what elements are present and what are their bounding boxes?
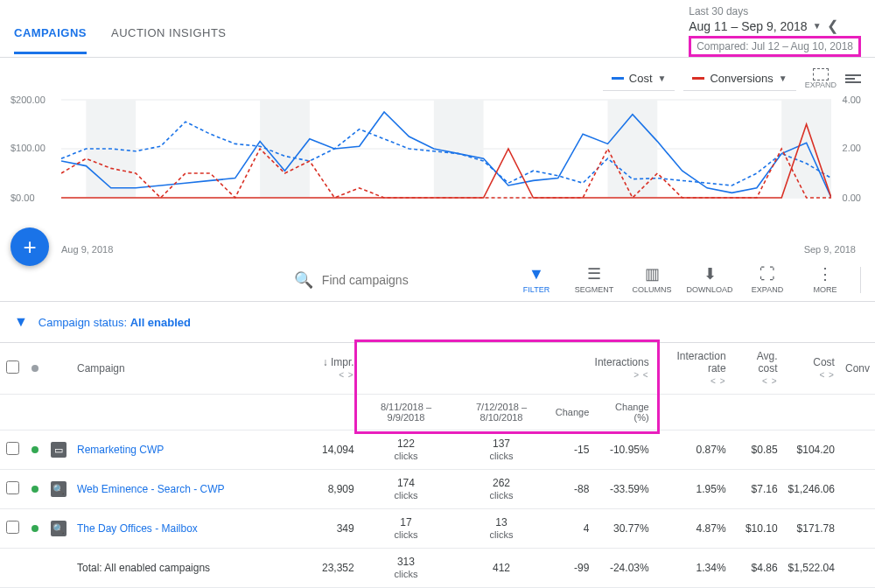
cell-cost: $104.20 (783, 430, 840, 470)
col-cost-label: Cost (813, 356, 835, 368)
subheader-change: Change (550, 395, 595, 430)
col-avg-cost[interactable]: Avg. cost < > (732, 343, 783, 395)
filter-chip-value: All enabled (130, 316, 191, 329)
status-enabled-icon (32, 525, 38, 532)
columns-label: COLUMNS (632, 285, 671, 294)
metric-conversions-label: Conversions (710, 72, 773, 85)
cell-change: -15 (550, 430, 595, 470)
columns-button[interactable]: ▥ COLUMNS (629, 265, 675, 294)
col-interaction-rate[interactable]: Interaction rate < > (654, 343, 732, 395)
col-impr-label: Impr. (331, 356, 354, 368)
metric-cost-label: Cost (629, 72, 653, 85)
search-campaigns[interactable]: 🔍 (294, 270, 436, 290)
campaign-link[interactable]: Remarketing CWP (77, 444, 164, 456)
col-cost[interactable]: Cost < > (783, 343, 840, 395)
totals-label: Total: All enabled campaigns (72, 549, 317, 588)
filter-icon: ▼ (528, 265, 544, 283)
campaign-link[interactable]: Web Eminence - Search - CWP (77, 483, 225, 495)
cell-change: 4 (550, 509, 595, 549)
date-range-label: Last 30 days (689, 5, 861, 18)
select-all-checkbox[interactable] (6, 360, 19, 374)
chevron-expand-icon[interactable]: < > (820, 370, 835, 380)
expand-label: EXPAND (805, 80, 836, 89)
col-impr[interactable]: ↓ Impr. < > (317, 343, 360, 395)
divider (860, 267, 861, 293)
col-interactions[interactable]: Interactions > < (360, 343, 654, 395)
segment-icon: ☰ (587, 265, 601, 283)
table-row: 🔍The Day Offices - Mailbox34917clicks13c… (0, 509, 875, 549)
cell-change-pct: -33.59% (594, 470, 654, 509)
table-row: 🔍Web Eminence - Search - CWP8,909174clic… (0, 470, 875, 509)
expand-table-button[interactable]: ⛶ EXPAND (745, 265, 790, 294)
campaign-link[interactable]: The Day Offices - Mailbox (77, 522, 198, 535)
row-checkbox[interactable] (6, 481, 19, 494)
tab-auction-insights[interactable]: AUCTION INSIGHTS (111, 26, 227, 54)
date-range-value[interactable]: Aug 11 – Sep 9, 2018 (689, 19, 807, 33)
campaign-type-icon: 🔍 (51, 521, 66, 536)
table-row: ▭Remarketing CWP14,094122clicks137clicks… (0, 430, 875, 470)
more-button[interactable]: ⋮ MORE (802, 265, 848, 294)
tab-campaigns[interactable]: CAMPAIGNS (14, 26, 87, 54)
totals-row: Total: All enabled campaigns23,352313cli… (0, 549, 875, 588)
totals-p1: 313clicks (360, 549, 453, 588)
more-icon: ⋮ (817, 265, 833, 283)
chevron-left-icon[interactable]: ❮ (827, 18, 838, 34)
cell-cost: $1,246.06 (783, 470, 840, 509)
cell-period1: 17clicks (360, 509, 453, 549)
row-checkbox[interactable] (6, 521, 19, 534)
date-range-block: Last 30 days Aug 11 – Sep 9, 2018 ▼ ❮ Co… (689, 5, 861, 57)
search-icon: 🔍 (294, 270, 313, 290)
chart-svg (61, 94, 831, 204)
y-tick-right: 2.00 (843, 143, 861, 153)
totals-change: -99 (550, 549, 595, 588)
cell-impr: 14,094 (317, 430, 360, 470)
status-enabled-icon (32, 446, 38, 453)
segment-button[interactable]: ☰ SEGMENT (571, 265, 617, 294)
dropdown-caret-icon: ▼ (779, 74, 788, 83)
adjust-icon (845, 74, 861, 83)
add-button[interactable]: + (10, 228, 49, 266)
cell-rate: 1.95% (654, 470, 732, 509)
totals-change-pct: -24.03% (594, 549, 654, 588)
dropdown-caret-icon[interactable]: ▼ (813, 21, 822, 31)
search-input[interactable] (322, 273, 436, 287)
metric-conversions-selector[interactable]: Conversions ▼ (683, 66, 795, 91)
totals-cost: $1,522.04 (783, 549, 840, 588)
expand-chart-button[interactable]: EXPAND (805, 68, 836, 89)
chevron-expand-icon[interactable]: < > (762, 376, 777, 386)
filter-chip-label: Campaign status: (38, 316, 130, 329)
col-conv[interactable]: Conv (840, 343, 875, 395)
subheader-period1: 8/11/2018 – 9/9/2018 (360, 395, 453, 430)
row-checkbox[interactable] (6, 442, 19, 455)
col-campaign[interactable]: Campaign (72, 343, 317, 395)
funnel-icon[interactable]: ▼ (14, 314, 28, 330)
y-tick-left: $200.00 (10, 94, 46, 105)
download-button[interactable]: ⬇ DOWNLOAD (687, 265, 732, 294)
y-tick-right: 0.00 (843, 192, 861, 203)
cell-impr: 349 (317, 509, 360, 549)
cell-change: -88 (550, 470, 595, 509)
chevron-collapse-icon[interactable]: > < (634, 370, 648, 380)
chevron-expand-icon[interactable]: < > (339, 370, 354, 380)
y-tick-right: 4.00 (843, 94, 861, 105)
metric-cost-selector[interactable]: Cost ▼ (603, 66, 676, 91)
chevron-expand-icon[interactable]: < > (710, 376, 725, 386)
adjust-chart-button[interactable] (845, 74, 861, 83)
x-tick-end: Sep 9, 2018 (804, 244, 856, 255)
dropdown-caret-icon: ▼ (658, 74, 667, 83)
sort-down-icon: ↓ (323, 356, 328, 368)
cell-change-pct: -10.95% (594, 430, 654, 470)
filter-chip[interactable]: Campaign status: All enabled (38, 316, 191, 329)
col-interactions-label: Interactions (595, 356, 649, 368)
totals-p2: 412 (452, 549, 550, 588)
subheader-change-pct: Change (%) (594, 395, 654, 430)
plus-icon: + (23, 234, 36, 261)
status-enabled-icon (32, 486, 38, 493)
date-compare-value: Compared: Jul 12 – Aug 10, 2018 (689, 36, 861, 57)
filter-button[interactable]: ▼ FILTER (514, 265, 559, 294)
cost-swatch-icon (612, 77, 624, 80)
totals-avg-cost: $4.86 (732, 549, 783, 588)
expand-icon: ⛶ (760, 265, 775, 283)
cell-rate: 4.87% (654, 509, 732, 549)
y-tick-left: $100.00 (10, 143, 46, 153)
